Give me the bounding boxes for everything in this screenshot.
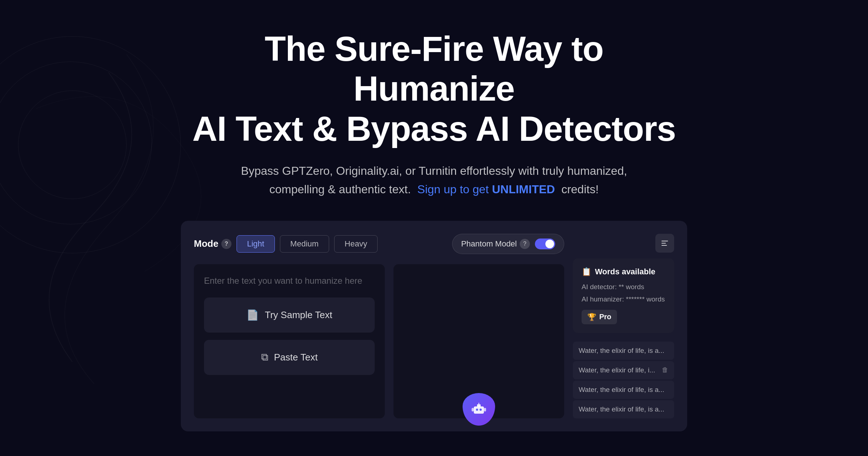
svg-rect-5 <box>472 408 474 411</box>
svg-rect-7 <box>661 241 668 241</box>
paste-text-btn[interactable]: ⧉ Paste Text <box>204 340 375 375</box>
svg-rect-1 <box>476 409 478 411</box>
mode-help-icon[interactable]: ? <box>221 239 231 249</box>
robot-icon <box>463 393 495 426</box>
document-icon: 📄 <box>246 309 259 321</box>
phantom-help-icon[interactable]: ? <box>520 239 530 249</box>
history-item[interactable]: Water, the elixir of life, is a... <box>573 400 674 418</box>
history-item[interactable]: Water, the elixir of life, i... 🗑 <box>573 361 674 379</box>
svg-rect-8 <box>661 243 666 244</box>
svg-rect-6 <box>484 408 486 411</box>
words-card-title: 📋 Words available <box>582 267 665 276</box>
mode-btn-light[interactable]: Light <box>237 235 275 253</box>
words-icon: 📋 <box>582 267 591 276</box>
svg-rect-0 <box>474 406 484 414</box>
try-sample-btn[interactable]: 📄 Try Sample Text <box>204 297 375 333</box>
mode-label: Mode ? <box>194 238 231 249</box>
phantom-toggle-switch[interactable] <box>535 238 555 249</box>
mode-left: Mode ? Light Medium Heavy <box>194 235 378 253</box>
clipboard-icon: ⧉ <box>261 351 268 363</box>
delete-icon[interactable]: 🗑 <box>662 366 668 374</box>
sidebar-panel: 📋 Words available AI detector: ** words … <box>573 234 674 418</box>
svg-rect-4 <box>478 403 479 404</box>
left-panel: Mode ? Light Medium Heavy Phantom Model … <box>194 234 564 418</box>
history-items: Water, the elixir of life, is a... Water… <box>573 342 674 418</box>
pro-icon: 🏆 <box>587 313 596 321</box>
humanizer-info: AI humanizer: ******* words <box>582 293 665 305</box>
mode-btn-heavy[interactable]: Heavy <box>334 235 378 253</box>
pro-badge[interactable]: 🏆 Pro <box>582 310 617 324</box>
mode-btn-medium[interactable]: Medium <box>280 235 329 253</box>
words-card: 📋 Words available AI detector: ** words … <box>573 258 674 333</box>
toggle-knob <box>545 240 554 248</box>
svg-rect-9 <box>661 245 667 246</box>
phantom-toggle-container: Phantom Model ? <box>452 234 564 254</box>
phantom-label: Phantom Model ? <box>461 239 530 249</box>
words-card-info: AI detector: ** words AI humanizer: ****… <box>582 281 665 305</box>
signup-link[interactable]: Sign up to get UNLIMITED <box>417 183 558 196</box>
input-area: Enter the text you want to humanize here… <box>194 264 385 418</box>
hero-section: The Sure-Fire Way to Humanize AI Text & … <box>181 29 687 199</box>
sidebar-menu-btn[interactable] <box>655 234 674 253</box>
svg-rect-2 <box>480 409 482 411</box>
mode-bar: Mode ? Light Medium Heavy Phantom Model … <box>194 234 564 254</box>
hero-title: The Sure-Fire Way to Humanize AI Text & … <box>181 29 687 149</box>
page-wrapper: The Sure-Fire Way to Humanize AI Text & … <box>0 0 868 431</box>
hero-subtitle: Bypass GPTZero, Originality.ai, or Turni… <box>181 162 687 199</box>
svg-rect-3 <box>477 404 481 407</box>
input-placeholder: Enter the text you want to humanize here <box>204 274 375 287</box>
detector-info: AI detector: ** words <box>582 281 665 293</box>
history-item[interactable]: Water, the elixir of life, is a... <box>573 342 674 360</box>
history-item[interactable]: Water, the elixir of life, is a... <box>573 381 674 399</box>
editor-section: Enter the text you want to humanize here… <box>194 264 564 418</box>
output-area <box>393 264 564 418</box>
app-container: Mode ? Light Medium Heavy Phantom Model … <box>181 221 687 431</box>
